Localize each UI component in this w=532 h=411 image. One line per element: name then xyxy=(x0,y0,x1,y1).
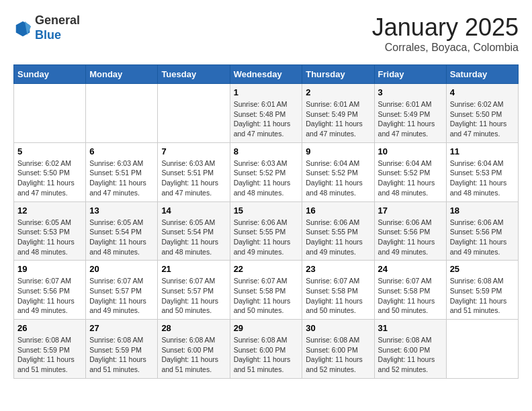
calendar-cell: 28Sunrise: 6:08 AMSunset: 6:00 PMDayligh… xyxy=(158,320,230,379)
calendar-cell xyxy=(86,84,158,143)
day-info: Sunrise: 6:07 AMSunset: 5:58 PMDaylight:… xyxy=(378,276,443,316)
day-info: Sunrise: 6:02 AMSunset: 5:50 PMDaylight:… xyxy=(17,158,82,198)
calendar-cell: 18Sunrise: 6:06 AMSunset: 5:56 PMDayligh… xyxy=(446,201,518,261)
day-info: Sunrise: 6:07 AMSunset: 5:58 PMDaylight:… xyxy=(306,276,370,316)
calendar-cell: 30Sunrise: 6:08 AMSunset: 6:00 PMDayligh… xyxy=(302,320,374,379)
day-number: 22 xyxy=(234,264,299,274)
column-header-thursday: Thursday xyxy=(302,65,374,84)
day-info: Sunrise: 6:07 AMSunset: 5:56 PMDaylight:… xyxy=(17,276,82,316)
calendar-cell: 12Sunrise: 6:05 AMSunset: 5:53 PMDayligh… xyxy=(14,201,86,261)
day-number: 18 xyxy=(450,205,515,216)
day-number: 31 xyxy=(378,323,443,333)
day-info: Sunrise: 6:08 AMSunset: 5:59 PMDaylight:… xyxy=(89,335,154,375)
day-number: 1 xyxy=(234,87,299,97)
column-header-friday: Friday xyxy=(374,65,446,84)
day-info: Sunrise: 6:02 AMSunset: 5:50 PMDaylight:… xyxy=(450,99,515,139)
day-number: 9 xyxy=(306,146,370,156)
day-number: 15 xyxy=(234,205,299,216)
day-number: 25 xyxy=(450,264,515,274)
calendar-cell: 11Sunrise: 6:04 AMSunset: 5:53 PMDayligh… xyxy=(446,142,518,201)
calendar-week-4: 19Sunrise: 6:07 AMSunset: 5:56 PMDayligh… xyxy=(14,261,519,320)
day-number: 19 xyxy=(17,264,82,274)
day-info: Sunrise: 6:05 AMSunset: 5:53 PMDaylight:… xyxy=(17,218,82,257)
day-number: 13 xyxy=(89,205,154,216)
day-number: 12 xyxy=(17,205,82,216)
calendar-cell: 8Sunrise: 6:03 AMSunset: 5:52 PMDaylight… xyxy=(230,142,302,201)
column-header-wednesday: Wednesday xyxy=(230,65,302,84)
day-number: 23 xyxy=(306,264,370,274)
calendar-cell: 22Sunrise: 6:07 AMSunset: 5:58 PMDayligh… xyxy=(230,261,302,320)
day-info: Sunrise: 6:01 AMSunset: 5:48 PMDaylight:… xyxy=(234,99,299,139)
logo: General Blue xyxy=(13,13,80,42)
day-number: 4 xyxy=(450,87,515,97)
day-info: Sunrise: 6:03 AMSunset: 5:51 PMDaylight:… xyxy=(89,158,154,198)
day-info: Sunrise: 6:04 AMSunset: 5:52 PMDaylight:… xyxy=(306,158,370,198)
day-info: Sunrise: 6:05 AMSunset: 5:54 PMDaylight:… xyxy=(89,218,154,257)
day-number: 6 xyxy=(89,146,154,156)
day-info: Sunrise: 6:06 AMSunset: 5:55 PMDaylight:… xyxy=(306,218,370,257)
day-number: 5 xyxy=(17,146,82,156)
day-number: 27 xyxy=(89,323,154,333)
day-number: 14 xyxy=(161,205,226,216)
day-info: Sunrise: 6:01 AMSunset: 5:49 PMDaylight:… xyxy=(378,99,443,139)
day-info: Sunrise: 6:07 AMSunset: 5:58 PMDaylight:… xyxy=(234,276,299,316)
calendar-cell: 9Sunrise: 6:04 AMSunset: 5:52 PMDaylight… xyxy=(302,142,374,201)
day-info: Sunrise: 6:05 AMSunset: 5:54 PMDaylight:… xyxy=(161,218,226,257)
day-number: 7 xyxy=(161,146,226,156)
calendar-cell: 14Sunrise: 6:05 AMSunset: 5:54 PMDayligh… xyxy=(158,201,230,261)
calendar-cell xyxy=(158,84,230,143)
day-number: 17 xyxy=(378,205,443,216)
day-info: Sunrise: 6:04 AMSunset: 5:53 PMDaylight:… xyxy=(450,158,515,198)
calendar-cell: 31Sunrise: 6:08 AMSunset: 6:00 PMDayligh… xyxy=(374,320,446,379)
calendar-cell: 23Sunrise: 6:07 AMSunset: 5:58 PMDayligh… xyxy=(302,261,374,320)
location-subtitle: Corrales, Boyaca, Colombia xyxy=(372,42,519,54)
calendar-cell: 19Sunrise: 6:07 AMSunset: 5:56 PMDayligh… xyxy=(14,261,86,320)
day-number: 21 xyxy=(161,264,226,274)
calendar-cell: 17Sunrise: 6:06 AMSunset: 5:56 PMDayligh… xyxy=(374,201,446,261)
column-header-sunday: Sunday xyxy=(14,65,86,84)
day-number: 3 xyxy=(378,87,443,97)
day-number: 11 xyxy=(450,146,515,156)
day-info: Sunrise: 6:08 AMSunset: 6:00 PMDaylight:… xyxy=(378,335,443,375)
calendar-cell: 29Sunrise: 6:08 AMSunset: 6:00 PMDayligh… xyxy=(230,320,302,379)
day-number: 28 xyxy=(161,323,226,333)
day-number: 8 xyxy=(234,146,299,156)
calendar-cell: 25Sunrise: 6:08 AMSunset: 5:59 PMDayligh… xyxy=(446,261,518,320)
calendar-cell: 21Sunrise: 6:07 AMSunset: 5:57 PMDayligh… xyxy=(158,261,230,320)
calendar-cell xyxy=(446,320,518,379)
day-number: 24 xyxy=(378,264,443,274)
calendar-cell: 10Sunrise: 6:04 AMSunset: 5:52 PMDayligh… xyxy=(374,142,446,201)
calendar-cell xyxy=(14,84,86,143)
day-info: Sunrise: 6:08 AMSunset: 6:00 PMDaylight:… xyxy=(161,335,226,375)
day-info: Sunrise: 6:01 AMSunset: 5:49 PMDaylight:… xyxy=(306,99,370,139)
day-info: Sunrise: 6:07 AMSunset: 5:57 PMDaylight:… xyxy=(161,276,226,316)
column-header-tuesday: Tuesday xyxy=(158,65,230,84)
day-info: Sunrise: 6:08 AMSunset: 6:00 PMDaylight:… xyxy=(234,335,299,375)
calendar-cell: 13Sunrise: 6:05 AMSunset: 5:54 PMDayligh… xyxy=(86,201,158,261)
day-number: 29 xyxy=(234,323,299,333)
calendar-cell: 26Sunrise: 6:08 AMSunset: 5:59 PMDayligh… xyxy=(14,320,86,379)
calendar-cell: 7Sunrise: 6:03 AMSunset: 5:51 PMDaylight… xyxy=(158,142,230,201)
day-info: Sunrise: 6:03 AMSunset: 5:52 PMDaylight:… xyxy=(234,158,299,198)
day-info: Sunrise: 6:06 AMSunset: 5:56 PMDaylight:… xyxy=(378,218,443,257)
column-header-saturday: Saturday xyxy=(446,65,518,84)
title-block: January 2025 Corrales, Boyaca, Colombia xyxy=(372,13,519,54)
page-header: General Blue January 2025 Corrales, Boya… xyxy=(13,13,519,54)
calendar-week-1: 1Sunrise: 6:01 AMSunset: 5:48 PMDaylight… xyxy=(14,84,519,143)
logo-icon xyxy=(13,19,32,38)
calendar-cell: 1Sunrise: 6:01 AMSunset: 5:48 PMDaylight… xyxy=(230,84,302,143)
column-header-monday: Monday xyxy=(86,65,158,84)
day-number: 30 xyxy=(306,323,370,333)
day-info: Sunrise: 6:03 AMSunset: 5:51 PMDaylight:… xyxy=(161,158,226,198)
day-number: 26 xyxy=(17,323,82,333)
day-info: Sunrise: 6:04 AMSunset: 5:52 PMDaylight:… xyxy=(378,158,443,198)
calendar-week-2: 5Sunrise: 6:02 AMSunset: 5:50 PMDaylight… xyxy=(14,142,519,201)
day-number: 2 xyxy=(306,87,370,97)
logo-text: General Blue xyxy=(35,13,80,42)
calendar-cell: 15Sunrise: 6:06 AMSunset: 5:55 PMDayligh… xyxy=(230,201,302,261)
calendar-week-3: 12Sunrise: 6:05 AMSunset: 5:53 PMDayligh… xyxy=(14,201,519,261)
calendar-cell: 16Sunrise: 6:06 AMSunset: 5:55 PMDayligh… xyxy=(302,201,374,261)
day-info: Sunrise: 6:07 AMSunset: 5:57 PMDaylight:… xyxy=(89,276,154,316)
calendar-cell: 20Sunrise: 6:07 AMSunset: 5:57 PMDayligh… xyxy=(86,261,158,320)
month-title: January 2025 xyxy=(372,13,519,42)
